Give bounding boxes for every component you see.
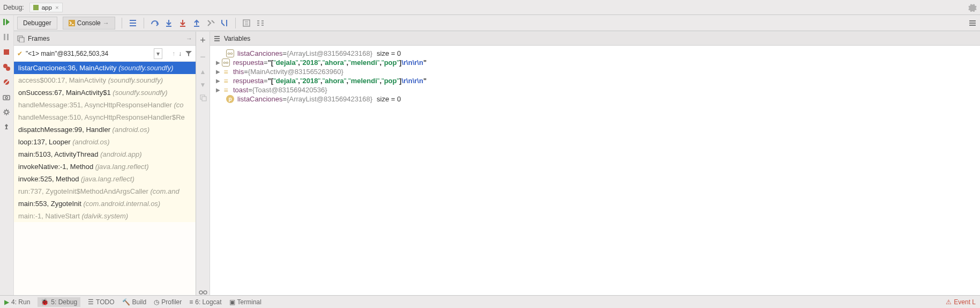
svg-point-10	[5, 111, 8, 114]
bottom-tab-logcat[interactable]: ≡6: Logcat	[189, 298, 221, 306]
restore-layout-icon[interactable]: →	[186, 35, 192, 42]
svg-rect-1	[4, 34, 5, 40]
frame-item[interactable]: main:553, ZygoteInit (com.android.intern…	[14, 197, 196, 210]
frame-item[interactable]: invoke:525, Method (java.lang.reflect)	[14, 173, 196, 185]
up-icon[interactable]: ▲	[200, 68, 206, 76]
frames-list[interactable]: listarCanciones:36, MainActivity (soundf…	[14, 62, 196, 295]
field-icon: ≡	[222, 86, 230, 94]
frame-item[interactable]: dispatchMessage:99, Handler (android.os)	[14, 123, 196, 136]
svg-rect-12	[166, 26, 171, 27]
field-icon: ≡	[222, 77, 230, 85]
variables-header: Variables	[210, 32, 980, 46]
svg-point-20	[199, 291, 203, 294]
remove-watch-icon[interactable]: −	[200, 52, 206, 63]
variables-icon	[213, 35, 221, 42]
step-over-icon[interactable]	[151, 19, 159, 27]
debug-tab-bar: Debug: app ×	[0, 0, 980, 15]
frames-panel: Frames → ✔ "<1> main"@831,562,503,34 ▾ ↑…	[14, 32, 196, 295]
gear-icon[interactable]	[968, 3, 977, 12]
frame-item[interactable]: handleMessage:510, AsyncHttpResponseHand…	[14, 111, 196, 123]
toolbar-menu-icon[interactable]	[968, 19, 977, 27]
expand-arrow-icon[interactable]: ▶	[214, 78, 222, 84]
bottom-tab-todo[interactable]: ☰TODO	[88, 298, 114, 306]
debug-session-tab[interactable]: app ×	[29, 3, 63, 12]
svg-rect-19	[202, 97, 206, 101]
debugger-toolbar: Debugger Console →	[14, 15, 980, 31]
object-icon: oo	[222, 58, 230, 67]
bottom-tab-terminal[interactable]: ▣Terminal	[229, 298, 261, 306]
frame-item[interactable]: run:737, ZygoteInit$MethodAndArgsCaller …	[14, 185, 196, 197]
step-into-icon[interactable]	[164, 19, 173, 27]
variable-row[interactable]: ▶ ≡ this = {MainActivity@831565263960}	[210, 67, 980, 76]
svg-point-21	[204, 291, 207, 294]
breakpoints-icon[interactable]	[3, 63, 11, 72]
svg-rect-17	[19, 38, 24, 42]
variable-row[interactable]: ▶ oo respuesta = "["dejala","2018","ahor…	[210, 58, 980, 67]
expand-arrow-icon[interactable]: ▶	[214, 87, 222, 93]
svg-point-5	[6, 67, 10, 71]
svg-rect-3	[4, 49, 9, 55]
down-icon[interactable]: ▼	[200, 81, 206, 89]
event-log-button[interactable]: ⚠Event L	[946, 298, 976, 306]
variable-row[interactable]: ▶ ≡ respuesta = "["dejala","2018","ahora…	[210, 76, 980, 85]
pause-icon[interactable]	[3, 33, 11, 42]
run-to-cursor-icon[interactable]	[220, 19, 229, 27]
frame-item[interactable]: invokeNative:-1, Method (java.lang.refle…	[14, 160, 196, 173]
frames-icon	[17, 35, 25, 42]
mute-breakpoints-icon[interactable]	[3, 78, 11, 87]
force-step-into-icon[interactable]	[178, 19, 187, 27]
variables-panel: Variables oo listaCanciones = {ArrayList…	[210, 32, 980, 295]
frame-item[interactable]: main:-1, NativeStart (dalvik.system)	[14, 210, 196, 222]
frames-header: Frames →	[14, 32, 196, 46]
step-out-icon[interactable]	[192, 19, 201, 27]
frame-item[interactable]: access$000:17, MainActivity (soundfy.sou…	[14, 74, 196, 86]
svg-rect-8	[3, 96, 10, 100]
camera-icon[interactable]	[3, 93, 11, 102]
variables-toolbar: + − ▲ ▼	[196, 32, 210, 295]
stop-icon[interactable]	[3, 48, 11, 57]
svg-rect-14	[194, 26, 199, 27]
duplicate-watch-icon[interactable]	[199, 94, 207, 101]
prev-frame-icon[interactable]: ↑	[172, 50, 175, 57]
settings-icon[interactable]	[3, 108, 11, 117]
chevron-down-icon[interactable]: ▾	[154, 48, 162, 59]
bottom-tab-debug[interactable]: 🐞5: Debug	[38, 297, 80, 307]
bottom-tab-run[interactable]: ▶4: Run	[4, 298, 30, 306]
filter-icon[interactable]	[185, 50, 192, 57]
tab-console[interactable]: Console →	[63, 17, 115, 30]
frame-item[interactable]: main:5103, ActivityThread (android.app)	[14, 148, 196, 160]
bottom-tab-build[interactable]: 🔨Build	[122, 298, 147, 306]
svg-rect-2	[7, 34, 9, 40]
add-watch-icon[interactable]: +	[200, 35, 206, 46]
svg-rect-0	[3, 19, 5, 25]
debug-action-gutter	[0, 15, 14, 295]
svg-point-9	[5, 97, 8, 99]
next-frame-icon[interactable]: ↓	[178, 50, 182, 57]
param-icon: p	[226, 95, 234, 103]
bottom-tab-profiler[interactable]: ◷Profiler	[154, 298, 182, 306]
trace-icon[interactable]	[256, 19, 265, 27]
frame-item[interactable]: loop:137, Looper (android.os)	[14, 136, 196, 148]
field-icon: ≡	[222, 68, 230, 76]
resume-icon[interactable]	[3, 18, 11, 27]
expand-arrow-icon[interactable]: ▶	[214, 69, 222, 75]
bottom-tool-bar: ▶4: Run 🐞5: Debug ☰TODO 🔨Build ◷Profiler…	[0, 295, 980, 308]
show-execution-point-icon[interactable]	[129, 19, 137, 27]
frame-item[interactable]: handleMessage:351, AsyncHttpResponseHand…	[14, 99, 196, 111]
debug-label: Debug:	[3, 4, 24, 11]
drop-frame-icon[interactable]	[206, 19, 215, 27]
pin-icon[interactable]	[3, 123, 11, 132]
expand-arrow-icon[interactable]: ▶	[214, 60, 222, 65]
variables-list[interactable]: oo listaCanciones = {ArrayList@831569423…	[210, 46, 980, 295]
evaluate-icon[interactable]	[242, 19, 251, 27]
frame-item[interactable]: onSuccess:67, MainActivity$1 (soundfy.so…	[14, 86, 196, 99]
variable-row[interactable]: p listaCanciones = {ArrayList@8315694231…	[210, 94, 980, 104]
check-icon: ✔	[17, 50, 23, 57]
object-icon: oo	[226, 49, 234, 57]
close-icon[interactable]: ×	[55, 4, 59, 11]
tab-debugger[interactable]: Debugger	[17, 17, 57, 30]
variable-row[interactable]: oo listaCanciones = {ArrayList@831569423…	[210, 49, 980, 58]
variable-row[interactable]: ▶ ≡ toast = {Toast@831569420536}	[210, 85, 980, 94]
glasses-icon[interactable]	[199, 290, 207, 295]
frame-item[interactable]: listarCanciones:36, MainActivity (soundf…	[14, 62, 196, 74]
